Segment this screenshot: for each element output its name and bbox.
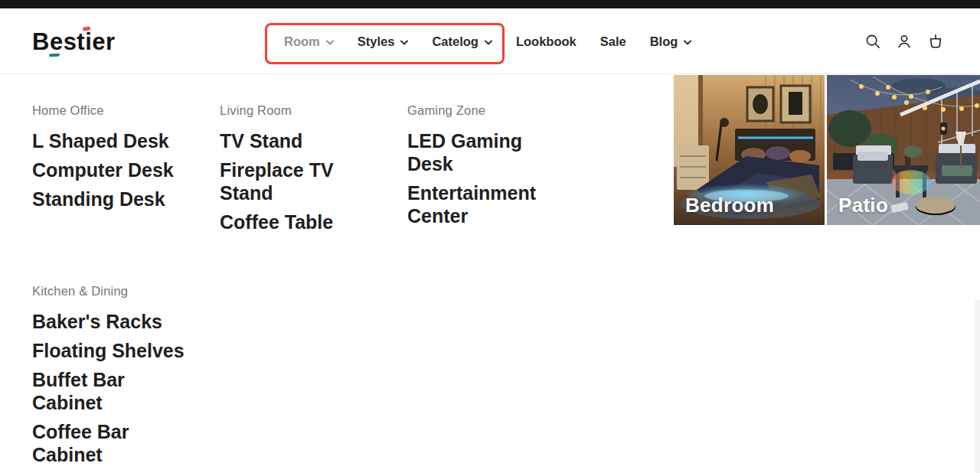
nav-item-label: Sale (600, 34, 626, 49)
menu-link-coffee-bar-cabinet[interactable]: Coffee Bar Cabinet (32, 420, 189, 466)
group-heading: Living Room (220, 103, 377, 118)
promo-image-patio[interactable]: Patio (827, 75, 980, 225)
menu-group-gaming-zone: Gaming Zone LED Gaming Desk Entertainmen… (407, 103, 564, 240)
nav-item-catelog[interactable]: Catelog (432, 34, 492, 49)
logo-text: Bestier (32, 28, 116, 55)
main-nav: Room Styles Catelog Lookbook Sale Blog (284, 8, 691, 74)
menu-group-kitchen-dining: Kitchen & Dining Baker's Racks Floating … (32, 284, 189, 472)
chevron-down-icon (326, 40, 334, 45)
menu-link-computer-desk[interactable]: Computer Desk (32, 158, 189, 181)
nav-item-blog[interactable]: Blog (650, 34, 692, 49)
nav-item-lookbook[interactable]: Lookbook (516, 34, 577, 49)
group-heading: Gaming Zone (407, 103, 564, 118)
menu-link-tv-stand[interactable]: TV Stand (220, 129, 377, 152)
menu-group-living-room: Living Room TV Stand Fireplace TV Stand … (220, 103, 377, 240)
logo-teal-accent (49, 53, 60, 56)
menu-link-fireplace-tv-stand[interactable]: Fireplace TV Stand (220, 158, 377, 204)
menu-link-floating-shelves[interactable]: Floating Shelves (32, 339, 189, 362)
menu-link-standing-desk[interactable]: Standing Desk (32, 188, 189, 210)
chevron-down-icon (485, 40, 492, 45)
cart-icon[interactable] (927, 33, 944, 50)
nav-item-label: Styles (358, 34, 395, 49)
menu-link-led-gaming-desk[interactable]: LED Gaming Desk (407, 129, 564, 175)
announcement-bar (0, 0, 980, 8)
nav-item-label: Blog (650, 34, 678, 49)
menu-link-bakers-racks[interactable]: Baker's Racks (32, 310, 189, 333)
chevron-down-icon (400, 40, 408, 45)
nav-item-label: Lookbook (516, 34, 577, 49)
group-heading: Home Office (32, 103, 189, 118)
search-icon[interactable] (864, 33, 881, 50)
nav-item-label: Catelog (432, 34, 479, 49)
promo-image-label: Bedroom (685, 194, 774, 217)
mega-menu-panel: Home Office L Shaped Desk Computer Desk … (0, 75, 980, 473)
chevron-down-icon (684, 40, 691, 45)
site-header: Bestier Room Styles Catelog Lookbook Sal… (0, 8, 980, 74)
account-icon[interactable] (896, 33, 913, 50)
group-heading: Kitchen & Dining (32, 284, 189, 298)
promo-image-label: Patio (838, 194, 888, 217)
menu-link-l-shaped-desk[interactable]: L Shaped Desk (32, 129, 189, 152)
logo[interactable]: Bestier (32, 28, 116, 56)
menu-link-entertainment-center[interactable]: Entertainment Center (407, 181, 564, 227)
nav-item-styles[interactable]: Styles (358, 34, 409, 49)
mega-menu-promo-images: Bedroom (674, 75, 980, 225)
menu-group-home-office: Home Office L Shaped Desk Computer Desk … (32, 103, 189, 240)
page-edge (975, 300, 980, 473)
nav-item-room[interactable]: Room (284, 34, 334, 49)
nav-item-label: Room (284, 34, 320, 49)
promo-image-bedroom[interactable]: Bedroom (674, 75, 825, 225)
menu-link-coffee-table[interactable]: Coffee Table (220, 210, 377, 233)
header-icons (864, 8, 944, 74)
menu-link-buffet-bar-cabinet[interactable]: Buffet Bar Cabinet (32, 368, 189, 414)
nav-item-sale[interactable]: Sale (600, 34, 626, 49)
